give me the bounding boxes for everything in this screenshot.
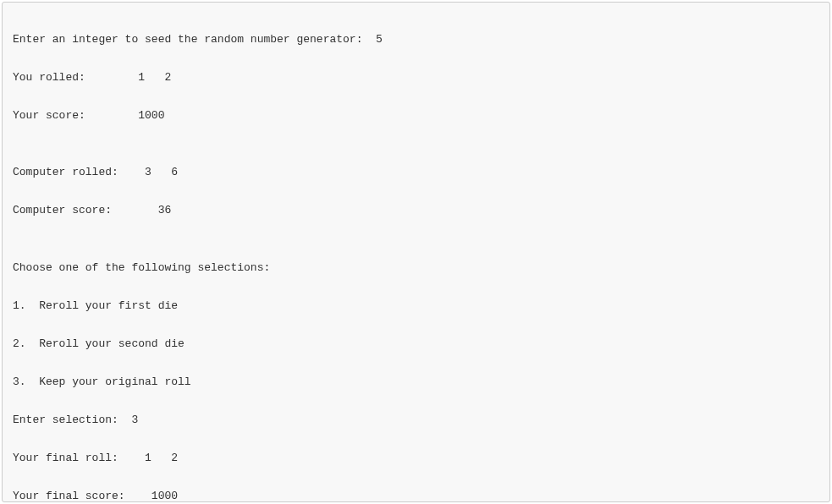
- terminal-line: Enter an integer to seed the random numb…: [13, 30, 819, 50]
- terminal-line: You rolled: 1 2: [13, 68, 819, 88]
- terminal-line: 2. Reroll your second die: [13, 335, 819, 354]
- terminal-output: Enter an integer to seed the random numb…: [2, 2, 830, 502]
- terminal-line: Enter selection: 3: [13, 411, 819, 430]
- terminal-line: Computer score: 36: [13, 201, 819, 221]
- terminal-line: Your score: 1000: [13, 107, 819, 126]
- terminal-line: 3. Keep your original roll: [13, 373, 819, 392]
- terminal-line: Your final score: 1000: [13, 487, 819, 503]
- terminal-line: 1. Reroll your first die: [13, 297, 819, 316]
- terminal-line: Computer rolled: 3 6: [13, 163, 819, 183]
- terminal-line: Choose one of the following selections:: [13, 259, 819, 278]
- terminal-line: Your final roll: 1 2: [13, 449, 819, 468]
